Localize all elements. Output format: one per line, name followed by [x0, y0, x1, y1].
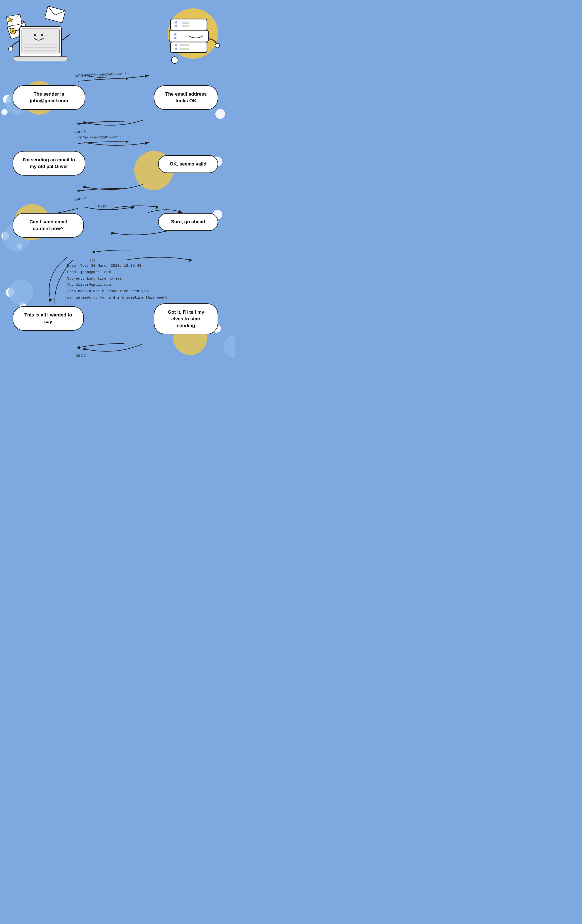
svg-text:@: @ [8, 19, 11, 22]
laptop-illustration: @ @ [6, 4, 70, 69]
page-container: @ @ [0, 0, 235, 373]
svg-point-16 [8, 47, 13, 51]
big-curve-arrow [28, 252, 98, 307]
svg-marker-34 [126, 77, 129, 80]
svg-point-13 [34, 34, 36, 36]
rcpt-to-label: RCP TO: <oliver@gmail.com> [75, 134, 132, 149]
svg-marker-37 [77, 189, 80, 192]
ok-250-label-2: 250 OK [74, 185, 130, 201]
svg-rect-23 [180, 48, 189, 50]
svg-marker-42 [189, 258, 192, 262]
this-is-all-box: This is all I wanted to say [13, 306, 84, 331]
svg-marker-35 [77, 122, 80, 125]
svg-point-21 [175, 48, 177, 50]
decorative-circle [2, 109, 8, 115]
sending-to-oliver-box: I'm sending an email to my old pal Olive… [13, 151, 85, 176]
seems-valid-box: OK, seems valid [158, 155, 218, 173]
svg-point-33 [172, 57, 178, 63]
ok-250-label-3: 250 OK [74, 339, 131, 358]
svg-point-26 [174, 37, 177, 39]
email-to-server-arrow [123, 252, 196, 274]
svg-rect-3 [45, 6, 65, 23]
email-looks-ok-box: The email address looks OK [154, 85, 218, 110]
decorative-circle [215, 109, 225, 119]
svg-rect-31 [182, 22, 189, 23]
svg-rect-19 [170, 42, 207, 53]
svg-point-25 [174, 33, 177, 36]
svg-rect-28 [170, 19, 207, 30]
svg-point-14 [41, 34, 43, 36]
sender-box: The sender is john@gmail.com [13, 85, 85, 110]
server-illustration [159, 6, 221, 67]
svg-point-29 [175, 21, 177, 23]
mail-from-label: MAIL FROM: <john@gmail.com> [75, 71, 132, 87]
svg-rect-15 [14, 57, 67, 61]
svg-point-20 [175, 44, 177, 46]
ok-250-label-1: 250 OK [74, 118, 130, 134]
sure-go-ahead-box: Sure, go ahead [158, 213, 218, 231]
svg-marker-41 [49, 299, 52, 302]
svg-rect-22 [180, 44, 189, 46]
svg-rect-32 [182, 25, 189, 27]
svg-marker-36 [126, 140, 129, 143]
svg-marker-43 [76, 346, 80, 350]
can-send-content-box: Can I send email content now? [13, 213, 84, 238]
svg-point-30 [175, 25, 177, 27]
svg-point-27 [215, 43, 220, 48]
decorative-circle [224, 335, 235, 358]
got-it-elves-box: Got it, I'll tell my elves to start send… [154, 304, 218, 334]
svg-marker-39 [155, 206, 159, 209]
